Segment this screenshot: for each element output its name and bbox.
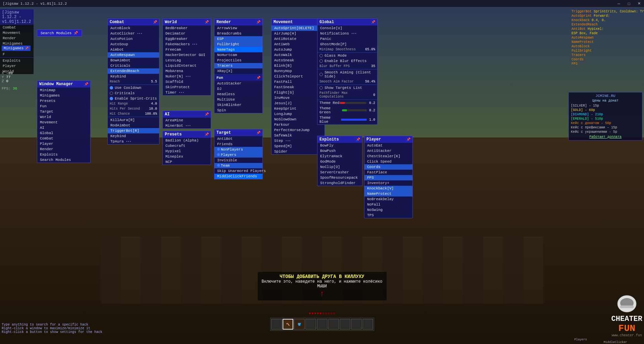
nameprotect-btn[interactable]: NameProtect	[364, 191, 412, 196]
fps-btn[interactable]: FPS	[364, 175, 412, 180]
invmove-btn[interactable]: InvMove	[271, 95, 325, 101]
breadcrumbs-btn[interactable]: Breadcrumbs	[214, 31, 262, 36]
sprint-crits-row[interactable]: Enable Sprint-Crits	[108, 96, 159, 101]
fullbright-btn[interactable]: Fullbright	[214, 42, 262, 47]
render-pin[interactable]: 📌	[256, 20, 260, 24]
antiweb-btn[interactable]: AntiWeb	[271, 42, 325, 47]
minigames-tag[interactable]: Minigames 📌	[2, 46, 31, 51]
combat-keybind2-btn[interactable]: Keybind	[108, 133, 159, 139]
preset-mineplex[interactable]: Mineplex	[163, 154, 211, 159]
nonplayers-btn[interactable]: NonPlayers	[214, 147, 262, 152]
wm-global[interactable]: Global	[37, 130, 90, 136]
spin-btn[interactable]: Spin	[214, 108, 262, 113]
ghostmode-btn[interactable]: GhostMode[P]	[317, 42, 377, 47]
sidebar-item-render[interactable]: Render	[0, 36, 34, 41]
step-btn[interactable]: Step •••	[271, 138, 325, 144]
sidebar-item-movement[interactable]: Movement	[0, 30, 34, 36]
bowpush-btn[interactable]: BowPush	[317, 148, 362, 154]
airjump-btn[interactable]: AirJump[H]	[271, 31, 325, 36]
autoeat-btn[interactable]: AutoEat	[364, 143, 412, 148]
inv-slot-8[interactable]	[351, 319, 362, 330]
player-pin[interactable]: 📌	[406, 137, 410, 141]
wm-combat[interactable]: Combat	[37, 136, 90, 141]
fun-sub-header[interactable]: Fun 📌	[214, 75, 262, 81]
window-manager-header[interactable]: Window Manager 📌	[37, 81, 90, 88]
lesslag-btn[interactable]: LessLag	[163, 58, 211, 63]
nobreakdelay-btn[interactable]: NoBreakDelay	[364, 196, 412, 202]
inv-slot-4[interactable]	[305, 319, 316, 330]
combat-pin[interactable]: 📌	[153, 20, 157, 24]
inv-slot-7[interactable]	[340, 319, 350, 330]
speed-btn[interactable]: Speed[M]	[271, 144, 325, 149]
invisible-btn[interactable]: Invisible	[214, 158, 262, 163]
inv-slot-3[interactable]: 🪣	[294, 319, 305, 330]
world-header[interactable]: World 📌	[163, 19, 211, 25]
render-header[interactable]: Render 📌	[214, 19, 262, 25]
skinblinker-btn[interactable]: SkinBlinker	[214, 102, 262, 108]
presets-header[interactable]: Presets 📌	[163, 131, 211, 138]
wm-world[interactable]: World	[37, 114, 90, 120]
bowaimbot-btn[interactable]: BowAimbot	[108, 58, 159, 63]
godmode-btn[interactable]: GodMode	[317, 159, 362, 164]
blur-row[interactable]: Enable Blur Effects	[317, 58, 377, 64]
freecam-btn[interactable]: Freecam	[163, 47, 211, 52]
nametags-btn[interactable]: NameTags	[214, 47, 262, 52]
projectiles-btn[interactable]: Projectiles	[214, 58, 262, 63]
knockback-btn[interactable]: Knockback[V]	[364, 186, 412, 191]
autojump-btn[interactable]: AutoJump	[271, 47, 325, 52]
inv-slot-6[interactable]	[328, 319, 339, 330]
skinprotect-btn[interactable]: SkinProtect	[163, 84, 211, 90]
strongholdfinder-btn[interactable]: StrongholdFinder	[317, 180, 362, 186]
nofall-btn[interactable]: NoFall	[364, 202, 412, 207]
decimator-btn[interactable]: Decimator	[163, 31, 211, 36]
movement-header[interactable]: Movement 📌	[271, 19, 325, 25]
minerbot-btn[interactable]: MinerBot •••	[163, 123, 211, 128]
wm-render[interactable]: Render	[37, 147, 90, 152]
perfecthorse-btn[interactable]: PerfectHorseJump	[271, 127, 325, 133]
jesus-btn[interactable]: Jesus[J]	[271, 101, 325, 106]
esp-btn[interactable]: ESP	[214, 36, 262, 42]
sidebar-item-player[interactable]: Player	[0, 63, 34, 69]
panic-btn[interactable]: Panic	[317, 36, 377, 42]
criticals-row[interactable]: Criticals	[108, 91, 159, 96]
rodaimbot-btn[interactable]: RodAimbot	[108, 123, 159, 128]
fun-pin[interactable]: 📌	[256, 76, 260, 80]
combat-keybind-btn[interactable]: Keybind	[108, 74, 159, 79]
scaffold-btn[interactable]: Scaffold	[163, 79, 211, 84]
minimize-button[interactable]: ─	[614, 0, 624, 7]
wm-fun[interactable]: Fun	[37, 104, 90, 109]
nuker-btn[interactable]: Nuker[N] •••	[163, 74, 211, 79]
notifications-btn[interactable]: Notifications •••	[317, 31, 377, 36]
wm-exploits[interactable]: Exploits	[37, 152, 90, 157]
middleclick-btn[interactable]: MiddleClickFriends	[214, 174, 262, 179]
coords-btn[interactable]: Coords	[364, 164, 412, 170]
wm-minimap[interactable]: Minimap	[37, 88, 90, 93]
nohurtcam-btn[interactable]: NoHurtcam	[214, 52, 262, 58]
autosoup-btn[interactable]: AutoSoup	[108, 42, 159, 47]
areamine-btn[interactable]: AreaMine	[163, 118, 211, 123]
clickspeed-btn[interactable]: Click Speed	[364, 159, 412, 164]
wm-presets[interactable]: Presets	[37, 98, 90, 104]
target-header[interactable]: Target 📌	[214, 129, 262, 136]
spoofresource-btn[interactable]: SpoofResourcepack	[317, 175, 362, 180]
autosprint-btn[interactable]: AutoSprint[DELETE]	[271, 25, 325, 31]
exploits-pin[interactable]: 📌	[356, 137, 360, 141]
liquidinteract-btn[interactable]: LiquidInteract	[163, 63, 211, 68]
search-modules-button[interactable]: Search Modules 📌	[37, 30, 82, 37]
ai-header[interactable]: AI 📌	[163, 111, 211, 118]
tracers-btn[interactable]: Tracers	[214, 63, 262, 68]
presets-pin[interactable]: 📌	[205, 132, 209, 136]
clickteleport-btn[interactable]: ClickTeleport	[271, 74, 325, 79]
inv-slot-2[interactable]: 🪓	[283, 319, 293, 330]
window-manager-pin[interactable]: 📌	[84, 82, 88, 86]
noclip-btn[interactable]: NoClip[O]	[317, 164, 362, 170]
autoblock-btn[interactable]: AutoBlock	[108, 25, 159, 31]
autostacker-btn[interactable]: AutoStacker	[214, 81, 262, 86]
aimbot-btn[interactable]: Aimbot	[108, 47, 159, 52]
sidebar-item-f[interactable]: F	[0, 52, 34, 57]
player-header[interactable]: Player 📌	[364, 136, 412, 143]
inv-slot-9[interactable]	[362, 319, 373, 330]
inv-slot-1[interactable]	[271, 319, 282, 330]
arrowview-btn[interactable]: ArrowView	[214, 25, 262, 31]
smooth-aiming-row[interactable]: Smooth Aiming (Client Side)	[317, 70, 377, 79]
